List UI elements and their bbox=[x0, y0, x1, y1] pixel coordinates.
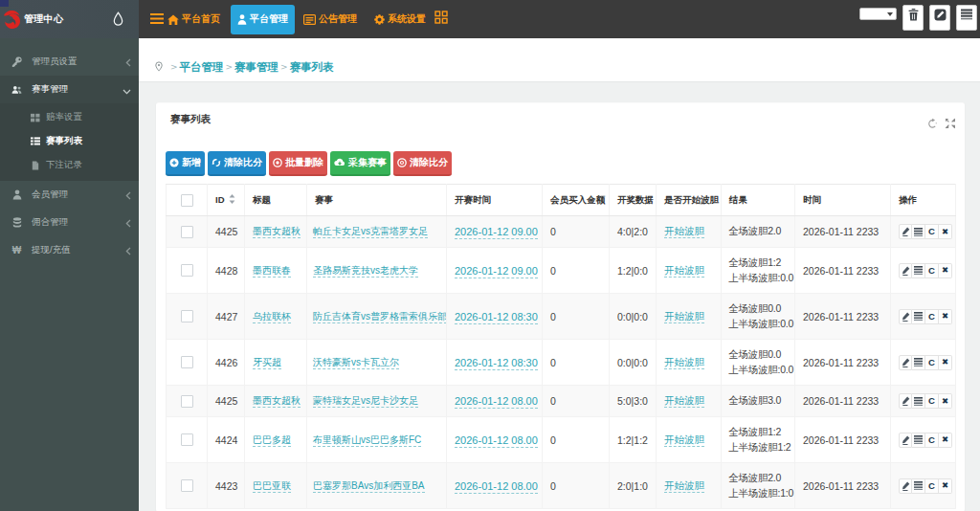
row-checkbox[interactable] bbox=[181, 310, 193, 322]
cell-id: 4425 bbox=[208, 216, 245, 248]
op-delete-button[interactable]: ✖ bbox=[939, 309, 952, 324]
match-link[interactable]: 帕丘卡女足vs克雷塔罗女足 bbox=[313, 226, 428, 238]
sidebar-subitem-odds-settings[interactable]: 赔率设置 bbox=[0, 105, 139, 129]
op-refresh-button[interactable]: C bbox=[925, 393, 939, 409]
clear-score-button-2[interactable]: 清除比分 bbox=[393, 151, 452, 176]
nav-tab-platform-management[interactable]: 平台管理 bbox=[231, 5, 295, 34]
title-link[interactable]: 墨西女超秋 bbox=[253, 395, 301, 408]
match-link[interactable]: 沃特豪斯vs卡瓦立尔 bbox=[313, 357, 399, 369]
match-link[interactable]: 圣路易斯竞技vs老虎大学 bbox=[313, 265, 418, 278]
collect-matches-button[interactable]: 采集赛事 bbox=[330, 151, 390, 176]
op-refresh-button[interactable]: C bbox=[925, 263, 939, 278]
op-list-button[interactable] bbox=[912, 309, 925, 324]
row-checkbox[interactable] bbox=[181, 479, 193, 492]
clear-score-button[interactable]: 清除比分 bbox=[208, 151, 266, 176]
start-action-link[interactable]: 开始波胆 bbox=[664, 356, 704, 369]
op-edit-button[interactable] bbox=[899, 393, 912, 409]
cell-result: 全场波胆2.0 bbox=[722, 216, 795, 248]
nav-tab-announcement-management[interactable]: 公告管理 bbox=[295, 0, 366, 38]
op-delete-button[interactable]: ✖ bbox=[939, 478, 952, 494]
row-checkbox[interactable] bbox=[181, 433, 193, 446]
sidebar-subitem-bet-records[interactable]: 下注记录 bbox=[0, 153, 139, 177]
select-all-checkbox[interactable] bbox=[181, 194, 193, 207]
start-action-link[interactable]: 开始波胆 bbox=[664, 433, 704, 447]
row-checkbox[interactable] bbox=[181, 395, 193, 408]
op-list-button[interactable] bbox=[912, 263, 925, 278]
op-edit-button[interactable] bbox=[899, 433, 912, 448]
op-edit-button[interactable] bbox=[899, 263, 912, 278]
batch-delete-button[interactable]: 批量删除 bbox=[269, 151, 327, 176]
col-header-time: 时间 bbox=[795, 185, 891, 216]
edit-button[interactable] bbox=[929, 5, 950, 31]
droplet-icon[interactable] bbox=[113, 11, 123, 26]
cell-draw-data: 5:0|3:0 bbox=[610, 386, 657, 417]
title-link[interactable]: 墨西联春 bbox=[253, 265, 291, 278]
title-link[interactable]: 巴巴多超 bbox=[253, 434, 291, 447]
op-list-button[interactable] bbox=[912, 478, 925, 494]
sidebar-item-match-management[interactable]: 赛事管理 bbox=[0, 76, 139, 103]
title-link[interactable]: 墨西女超秋 bbox=[253, 226, 301, 238]
start-action-link[interactable]: 开始波胆 bbox=[664, 225, 704, 238]
op-delete-button[interactable]: ✖ bbox=[939, 433, 952, 448]
breadcrumb-link-platform[interactable]: 平台管理 bbox=[180, 60, 224, 75]
cell-result: 全场波胆3.0 bbox=[722, 386, 795, 417]
match-link[interactable]: 巴塞罗那BAvs加利西亚BA bbox=[313, 480, 425, 493]
sidebar-subitem-match-list[interactable]: 赛事列表 bbox=[0, 129, 139, 153]
trash-button[interactable] bbox=[902, 5, 924, 31]
expand-icon[interactable] bbox=[945, 116, 956, 133]
op-edit-button[interactable] bbox=[899, 309, 912, 324]
op-refresh-button[interactable]: C bbox=[925, 478, 939, 494]
th-large-icon[interactable] bbox=[434, 11, 448, 28]
match-link[interactable]: 蒙特瑞女足vs尼卡沙女足 bbox=[313, 395, 418, 408]
op-edit-button[interactable] bbox=[899, 478, 912, 494]
start-action-link[interactable]: 开始波胆 bbox=[664, 264, 704, 278]
op-edit-button[interactable] bbox=[899, 355, 912, 370]
sidebar-item-withdraw-deposit[interactable]: ₩ 提现/充值 bbox=[0, 236, 139, 264]
start-action-link[interactable]: 开始波胆 bbox=[664, 479, 704, 493]
add-button[interactable]: 新增 bbox=[166, 151, 205, 176]
breadcrumb-link-match-list[interactable]: 赛事列表 bbox=[290, 60, 334, 75]
language-select[interactable] bbox=[859, 8, 897, 20]
row-checkbox[interactable] bbox=[181, 226, 193, 238]
start-time-link[interactable]: 2026-01-12 08.00 bbox=[455, 434, 538, 448]
nav-tab-system-settings[interactable]: 系统设置 bbox=[366, 0, 434, 38]
title-link[interactable]: 巴巴亚联 bbox=[253, 480, 291, 493]
sidebar-item-member-management[interactable]: 会员管理 bbox=[0, 181, 139, 209]
row-checkbox[interactable] bbox=[181, 356, 193, 368]
plus-circle-icon bbox=[169, 158, 179, 167]
op-refresh-button[interactable]: C bbox=[925, 433, 939, 448]
sidebar-item-commission-management[interactable]: 佣合管理 bbox=[0, 209, 139, 236]
op-refresh-button[interactable]: C bbox=[925, 355, 939, 370]
match-link[interactable]: 防丘吉体育vs普罗格雷索俱乐部 bbox=[313, 311, 447, 323]
op-list-button[interactable] bbox=[912, 433, 925, 448]
start-time-link[interactable]: 2026-01-12 09.00 bbox=[455, 226, 538, 239]
sidebar-item-admin-settings[interactable]: 管理员设置 bbox=[0, 48, 139, 76]
op-delete-button[interactable]: ✖ bbox=[939, 355, 952, 370]
row-checkbox[interactable] bbox=[181, 264, 193, 277]
op-list-button[interactable] bbox=[912, 393, 925, 409]
sort-icon[interactable] bbox=[229, 194, 235, 206]
op-list-button[interactable] bbox=[912, 224, 925, 239]
op-refresh-button[interactable]: C bbox=[925, 309, 939, 324]
start-time-link[interactable]: 2026-01-12 08:30 bbox=[455, 357, 538, 370]
start-time-link[interactable]: 2026-01-12 08:30 bbox=[455, 311, 538, 324]
start-action-link[interactable]: 开始波胆 bbox=[664, 394, 704, 408]
title-link[interactable]: 乌拉联杯 bbox=[253, 311, 291, 323]
breadcrumb-link-match-management[interactable]: 赛事管理 bbox=[234, 60, 278, 75]
match-link[interactable]: 布里顿斯山vs巴巴多斯FC bbox=[313, 434, 421, 447]
op-delete-button[interactable]: ✖ bbox=[939, 263, 952, 278]
list-button[interactable] bbox=[956, 5, 977, 31]
title-link[interactable]: 牙买超 bbox=[253, 357, 281, 369]
start-time-link[interactable]: 2026-01-12 08.00 bbox=[455, 395, 538, 409]
op-edit-button[interactable] bbox=[899, 224, 912, 239]
op-refresh-button[interactable]: C bbox=[925, 224, 939, 239]
op-delete-button[interactable]: ✖ bbox=[939, 393, 952, 409]
start-time-link[interactable]: 2026-01-12 08.00 bbox=[455, 480, 538, 494]
start-time-link[interactable]: 2026-01-12 09.00 bbox=[455, 265, 538, 278]
col-header-id[interactable]: ID bbox=[208, 185, 245, 216]
op-delete-button[interactable]: ✖ bbox=[939, 224, 952, 239]
nav-tab-platform-home[interactable]: 平台首页 bbox=[159, 0, 229, 38]
refresh-icon[interactable] bbox=[927, 116, 938, 133]
start-action-link[interactable]: 开始波胆 bbox=[664, 310, 704, 323]
op-list-button[interactable] bbox=[912, 355, 925, 370]
